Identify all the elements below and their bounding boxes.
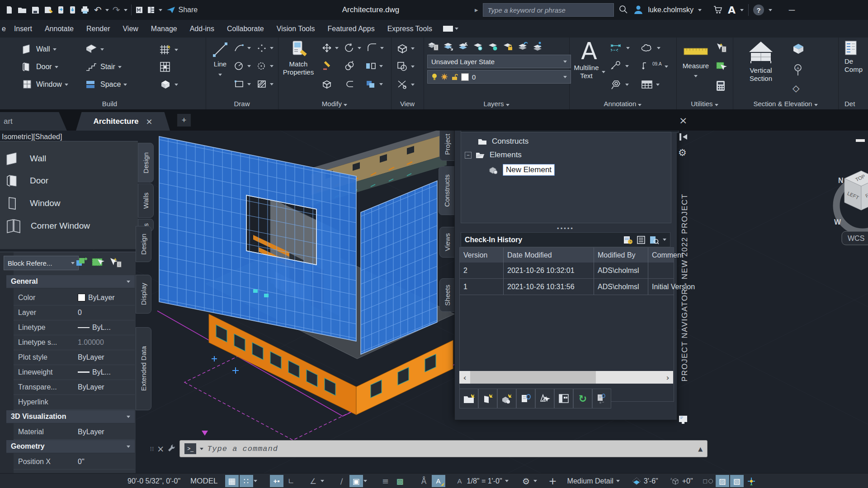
attach-element-button[interactable]: [516, 389, 535, 408]
workspace-dropdown[interactable]: [533, 480, 537, 482]
polar-tracking-toggle[interactable]: [307, 475, 320, 487]
col-comment[interactable]: Comment: [648, 248, 673, 263]
polar-dropdown[interactable]: [321, 480, 324, 482]
panel-section-elevation-label[interactable]: Section & Elevation: [733, 100, 838, 108]
search-expand-arrow[interactable]: [475, 6, 478, 14]
enhanced-grid-tool[interactable]: [159, 61, 171, 72]
prop-row-linetype[interactable]: Linetype ByL...: [14, 320, 135, 335]
new-drawing-tab-button[interactable]: +: [177, 114, 191, 127]
panel-annotation-label[interactable]: Annotation: [569, 100, 676, 108]
palette-door-tool[interactable]: Door: [5, 174, 48, 188]
panel-modify-label[interactable]: Modify: [278, 100, 391, 108]
elevation-icon[interactable]: z: [668, 475, 682, 487]
new-element-edit-field[interactable]: New Element: [503, 164, 555, 176]
shadow-toggle[interactable]: [730, 475, 744, 487]
panel-layers-label[interactable]: Layers: [424, 100, 569, 108]
prop-row-color[interactable]: Color ByLayer: [14, 290, 135, 305]
etransmit-button[interactable]: [535, 389, 554, 408]
section-box-tool[interactable]: [791, 41, 806, 55]
centerline-tool[interactable]: [256, 61, 274, 71]
help-dropdown[interactable]: [769, 9, 772, 11]
dimension-tool[interactable]: [610, 43, 630, 53]
elevation-value[interactable]: +0": [682, 477, 693, 485]
overlap-tool[interactable]: [365, 79, 383, 89]
pn-close-icon[interactable]: [679, 115, 687, 127]
ribbon-display-toggle[interactable]: [443, 26, 458, 32]
tab-vision-tools[interactable]: Vision Tools: [270, 20, 321, 38]
panel-utilities-label[interactable]: Utilities: [676, 100, 733, 108]
history-row[interactable]: 1 2021-10-26 10:31:56 ADS\cholmsl Initia…: [460, 279, 674, 295]
undo-dropdown[interactable]: [105, 9, 109, 11]
tab-annotate[interactable]: Annotate: [38, 20, 80, 38]
explode-tool[interactable]: [321, 79, 332, 89]
elevation-mark-a-tool[interactable]: A: [793, 64, 803, 76]
wall-tool[interactable]: Wall: [22, 44, 57, 55]
help-icon[interactable]: ?: [753, 5, 764, 15]
scroll-left-arrow[interactable]: [459, 373, 470, 382]
join-tool[interactable]: [344, 79, 356, 89]
line-tool[interactable]: Line: [209, 41, 231, 78]
palette-properties-button[interactable]: [554, 389, 573, 408]
tab-view[interactable]: View: [116, 20, 144, 38]
annotation-visibility-toggle[interactable]: [417, 475, 431, 487]
tree-item-new-element[interactable]: New Element: [488, 164, 555, 176]
snap-dropdown[interactable]: [254, 480, 257, 482]
navigation-toggle[interactable]: [745, 475, 758, 487]
palette-wall-tool[interactable]: Wall: [5, 151, 46, 166]
history-row[interactable]: 2 2021-10-26 10:32:01 ADS\cholmsl: [460, 263, 674, 279]
prop-row-layer[interactable]: Layer 0: [14, 305, 135, 320]
annotation-scale-value[interactable]: 1/8" = 1'-0": [467, 477, 502, 485]
tab-render[interactable]: Render: [80, 20, 116, 38]
ortho-toggle[interactable]: +▪: [270, 475, 283, 487]
pn-vertical-title[interactable]: PROJECT NAVIGATOR - NEW 2022 PROJECT: [677, 163, 693, 412]
views-cube-tool[interactable]: [396, 43, 415, 54]
roof-slab-tool[interactable]: [85, 44, 104, 55]
minimize-button[interactable]: [788, 6, 795, 14]
rotate-tool[interactable]: [344, 43, 361, 53]
transparency-toggle[interactable]: [393, 475, 407, 487]
repath-button[interactable]: [592, 389, 611, 408]
search-input[interactable]: [483, 3, 614, 17]
pn-splitter[interactable]: •••••: [461, 225, 670, 231]
box-tool[interactable]: [159, 79, 178, 90]
ucs-tool[interactable]: [396, 61, 415, 72]
scrollbar-thumb[interactable]: [470, 371, 596, 384]
open-from-web-button[interactable]: [57, 3, 65, 17]
tab-featured-apps[interactable]: Featured Apps: [321, 20, 381, 38]
share-icon[interactable]: Share: [166, 3, 198, 17]
tag-tool[interactable]: [610, 79, 629, 90]
cut-plane-value[interactable]: 3'-6": [644, 477, 658, 485]
tab-home-partial[interactable]: e: [0, 20, 8, 38]
door-tool[interactable]: Door: [22, 61, 58, 72]
close-drawing-tab-icon[interactable]: [146, 117, 153, 126]
layout-icon-button[interactable]: [147, 3, 155, 17]
offset-tool[interactable]: [344, 61, 356, 71]
detail-components-tool[interactable]: DeComp: [844, 40, 868, 74]
add-to-selection-icon[interactable]: [75, 257, 88, 270]
prop-row-lineweight[interactable]: Lineweight ByL...: [14, 365, 135, 380]
open-file-button[interactable]: [17, 3, 27, 17]
pn-horizontal-scrollbar[interactable]: [459, 371, 673, 384]
search-icon[interactable]: [618, 5, 628, 16]
share-label[interactable]: Share: [179, 6, 198, 14]
col-version[interactable]: Version: [460, 248, 504, 263]
pn-tab-constructs[interactable]: Constructs: [439, 166, 455, 215]
object-snap-toggle[interactable]: [349, 475, 363, 487]
layer-state-combo[interactable]: Unsaved Layer State: [427, 55, 571, 68]
hatch-tool[interactable]: [256, 79, 274, 89]
tab-insert[interactable]: Insert: [8, 20, 38, 38]
checkin-options-dropdown[interactable]: [663, 239, 666, 241]
section-mark-tool[interactable]: [793, 83, 799, 94]
viewport-controls-label[interactable]: Isometric][Shaded]: [2, 133, 62, 141]
panel-draw-label[interactable]: Draw: [206, 100, 278, 108]
hardware-acceleration-toggle[interactable]: [716, 475, 729, 487]
col-date-modified[interactable]: Date Modified: [504, 248, 594, 263]
select-similar-tool[interactable]: [715, 61, 727, 72]
panel-details-label[interactable]: Det: [838, 100, 868, 108]
undo-button[interactable]: [94, 3, 102, 17]
quick-access-dropdown[interactable]: [159, 9, 162, 11]
object-type-combo[interactable]: Block Refere...: [4, 256, 79, 270]
panel-build-label[interactable]: Build: [14, 100, 206, 108]
leader-tool[interactable]: [610, 61, 629, 71]
layer-undo-icon[interactable]: [518, 41, 528, 52]
